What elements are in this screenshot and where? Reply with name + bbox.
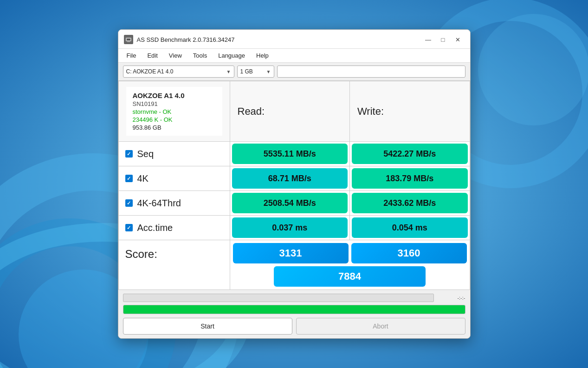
drive-sectors: 234496 K - OK	[133, 116, 216, 123]
svg-rect-8	[127, 39, 130, 40]
small-progress-track	[123, 294, 434, 302]
4k-label-inner: 4K	[119, 166, 230, 191]
start-button[interactable]: Start	[123, 318, 292, 335]
4k64-row: 4K-64Thrd 2508.54 MB/s 2433.62 MB/s	[118, 191, 470, 216]
abort-button[interactable]: Abort	[296, 318, 465, 335]
menu-language[interactable]: Language	[213, 51, 250, 60]
progress-time: -:-:-	[438, 295, 465, 301]
4k64-read-value: 2508.54 MB/s	[232, 193, 348, 213]
acctime-label: Acc.time	[137, 223, 173, 233]
results-table: AOKZOE A1 4.0 SN10191 stornvme - OK 2344…	[118, 81, 470, 290]
drive-name: AOKZOE A1 4.0	[133, 92, 216, 99]
seq-label-inner: Seq	[119, 142, 230, 166]
score-total-value: 7884	[274, 266, 426, 287]
acctime-checkbox[interactable]	[125, 224, 133, 231]
menu-file[interactable]: File	[122, 51, 141, 60]
4k-read-cell: 68.71 MB/s	[230, 166, 350, 191]
4k-label-cell: 4K	[118, 166, 230, 191]
4k64-label: 4K-64Thrd	[137, 198, 181, 209]
menu-view[interactable]: View	[164, 51, 187, 60]
app-icon	[124, 35, 133, 44]
svg-rect-9	[127, 41, 130, 42]
seq-write-cell: 5422.27 MB/s	[350, 142, 470, 166]
acctime-row: Acc.time 0.037 ms 0.054 ms	[118, 216, 470, 240]
maximize-button[interactable]: □	[437, 34, 450, 45]
size-dropdown-label: 1 GB	[240, 68, 253, 75]
title-bar: AS SSD Benchmark 2.0.7316.34247 — □ ✕	[118, 30, 470, 49]
bottom-area: -:-:- Start Abort	[118, 290, 470, 338]
drive-capacity: 953.86 GB	[133, 124, 216, 131]
menu-help[interactable]: Help	[252, 51, 273, 60]
drive-info: AOKZOE A1 4.0 SN10191 stornvme - OK 2344…	[126, 87, 222, 136]
acctime-label-inner: Acc.time	[119, 216, 230, 240]
seq-read-value: 5535.11 MB/s	[232, 144, 348, 164]
4k-write-cell: 183.79 MB/s	[350, 166, 470, 191]
score-label: Score:	[125, 248, 157, 260]
score-label-cell: Score:	[118, 240, 230, 290]
header-row: AOKZOE A1 4.0 SN10191 stornvme - OK 2344…	[118, 81, 470, 142]
acctime-write-value: 0.054 ms	[352, 217, 468, 238]
score-values-inner: 3131 3160 7884	[230, 240, 470, 289]
drive-serial: SN10191	[133, 100, 216, 107]
drive-dropdown[interactable]: C: AOKZOE A1 4.0 ▼	[123, 66, 234, 78]
score-write-value: 3160	[351, 243, 467, 263]
score-label-inner: Score:	[119, 240, 230, 268]
4k-row: 4K 68.71 MB/s 183.79 MB/s	[118, 166, 470, 191]
seq-read-cell: 5535.11 MB/s	[230, 142, 350, 166]
score-total-row: 7884	[233, 266, 467, 287]
main-window: AS SSD Benchmark 2.0.7316.34247 — □ ✕ Fi…	[118, 29, 471, 339]
seq-checkbox[interactable]	[125, 150, 133, 158]
score-row: Score: 3131 3160 7884	[118, 240, 470, 290]
menu-tools[interactable]: Tools	[188, 51, 212, 60]
menu-edit[interactable]: Edit	[142, 51, 162, 60]
4k-read-value: 68.71 MB/s	[232, 168, 348, 189]
toolbar: C: AOKZOE A1 4.0 ▼ 1 GB ▼	[118, 63, 470, 81]
4k64-checkbox[interactable]	[125, 199, 133, 207]
svg-point-6	[478, 14, 588, 125]
write-column-label: Write:	[357, 105, 384, 117]
4k64-write-value: 2433.62 MB/s	[352, 193, 468, 213]
drive-driver: stornvme - OK	[133, 108, 216, 115]
size-dropdown-arrow: ▼	[266, 69, 271, 74]
drive-dropdown-arrow: ▼	[226, 69, 231, 74]
acctime-read-value: 0.037 ms	[232, 217, 348, 238]
window-title: AS SSD Benchmark 2.0.7316.34247	[137, 36, 235, 43]
4k-write-value: 183.79 MB/s	[352, 168, 468, 189]
4k64-label-cell: 4K-64Thrd	[118, 191, 230, 216]
progress-bar-container: -:-:-	[123, 294, 465, 302]
buttons-row: Start Abort	[123, 318, 465, 335]
read-column-label: Read:	[238, 105, 265, 117]
seq-row: Seq 5535.11 MB/s 5422.27 MB/s	[118, 142, 470, 166]
score-values-cell: 3131 3160 7884	[230, 240, 470, 290]
title-bar-controls: — □ ✕	[422, 34, 465, 45]
drive-dropdown-label: C: AOKZOE A1 4.0	[126, 68, 174, 75]
seq-write-value: 5422.27 MB/s	[352, 144, 468, 164]
minimize-button[interactable]: —	[422, 34, 435, 45]
menu-bar: File Edit View Tools Language Help	[118, 49, 470, 63]
seq-label-cell: Seq	[118, 142, 230, 166]
title-bar-left: AS SSD Benchmark 2.0.7316.34247	[124, 35, 235, 44]
score-read-value: 3131	[233, 243, 349, 263]
size-dropdown[interactable]: 1 GB ▼	[237, 66, 274, 78]
read-header-cell: Read:	[230, 81, 350, 142]
4k-label: 4K	[137, 173, 149, 184]
4k64-read-cell: 2508.54 MB/s	[230, 191, 350, 216]
toolbar-input[interactable]	[277, 66, 465, 78]
4k-checkbox[interactable]	[125, 175, 133, 182]
4k64-label-inner: 4K-64Thrd	[119, 191, 230, 215]
score-top-row: 3131 3160	[233, 243, 467, 263]
main-progress-fill	[123, 305, 465, 314]
close-button[interactable]: ✕	[452, 34, 465, 45]
write-header-cell: Write:	[350, 81, 470, 142]
acctime-read-cell: 0.037 ms	[230, 216, 350, 240]
main-progress-track	[123, 305, 465, 314]
seq-label: Seq	[137, 149, 154, 159]
4k64-write-cell: 2433.62 MB/s	[350, 191, 470, 216]
acctime-label-cell: Acc.time	[118, 216, 230, 240]
acctime-write-cell: 0.054 ms	[350, 216, 470, 240]
info-header-cell: AOKZOE A1 4.0 SN10191 stornvme - OK 2344…	[118, 81, 230, 142]
